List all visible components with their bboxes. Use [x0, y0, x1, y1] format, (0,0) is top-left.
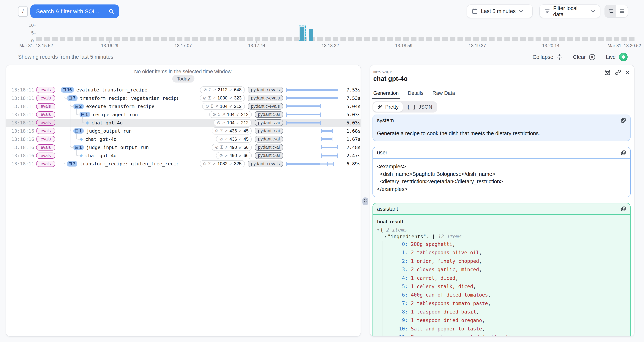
- x-tick-label: 13:16:29: [101, 43, 118, 48]
- duration-label: 1.68s: [342, 128, 361, 134]
- row-timestamp: 13:18:16: [11, 128, 30, 134]
- evals-badge: evals: [36, 95, 55, 101]
- empty-buckets-dashes: [36, 37, 634, 40]
- time-range-dropdown[interactable]: Last 5 minutes: [466, 4, 533, 18]
- sigma-icon: Σ: [220, 145, 223, 150]
- pretty-toggle-button[interactable]: Pretty: [373, 102, 403, 112]
- search-button[interactable]: Search & filter with SQL...: [30, 4, 119, 18]
- tokens-received: 212: [241, 112, 248, 117]
- row-timestamp: 13:18:16: [11, 144, 30, 150]
- tab-raw-data[interactable]: Raw Data: [432, 90, 455, 98]
- duration-bar-track: [286, 143, 338, 152]
- duration-bar: [321, 146, 338, 148]
- trace-row[interactable]: 13:18:16 evals ⊟1 judge_output run ⊘Σ↗43…: [6, 127, 361, 135]
- trace-row[interactable]: 13:18:16 evals ◆ chat gpt-4o ⊘↗490↙66 py…: [6, 152, 361, 160]
- trace-row[interactable]: 13:18:11 evals ⊟7 transform_recipe: vege…: [6, 94, 361, 102]
- trace-row[interactable]: 13:18:11 evals ⊟1 recipe_agent run ⊘Σ↗10…: [6, 110, 361, 119]
- filter-local-label: Filter local data: [553, 5, 588, 18]
- expand-count-badge[interactable]: ⊟1: [74, 128, 84, 134]
- trace-row[interactable]: 13:18:11 evals ⊟2 execute transform_reci…: [6, 102, 361, 110]
- token-usage-badge: ⊘Σ↗1030↙323: [200, 95, 245, 102]
- json-root-line[interactable]: ▾{ 2 items: [377, 227, 626, 233]
- sigma-icon: Σ: [211, 104, 213, 108]
- collapse-icon: [556, 54, 562, 60]
- copy-icon[interactable]: [621, 118, 626, 123]
- braces-icon: { }: [407, 104, 416, 110]
- token-usage-badge: ⊘Σ↗490↙66: [212, 144, 252, 151]
- span-name: transform_recipe: gluten_free_recipe: [80, 161, 178, 166]
- tab-generation[interactable]: Generation: [373, 90, 398, 98]
- tokens-received: 45: [244, 137, 248, 142]
- expand-count-badge[interactable]: ⊟16: [61, 87, 74, 92]
- leaf-diamond-icon: ◆: [86, 121, 89, 125]
- expander-icon: ⊟: [68, 96, 72, 100]
- list-view-button[interactable]: [616, 5, 628, 17]
- clear-button[interactable]: Clear ×: [573, 54, 595, 60]
- tokens-sent: 436: [230, 137, 237, 142]
- scope-tag: pydantic-evals: [248, 103, 283, 110]
- trace-row[interactable]: 13:18:16 evals ◆ chat gpt-4o ⊘↗436↙45 py…: [6, 135, 361, 143]
- expand-count-badge[interactable]: ⊟1: [80, 112, 90, 117]
- filter-local-data-dropdown[interactable]: Filter local data: [539, 4, 600, 18]
- x-tick-label: 13:17:44: [248, 43, 265, 48]
- tokens-received: 212: [241, 120, 248, 125]
- user-message-line: </examples>: [377, 185, 626, 193]
- tree-elbow: [70, 143, 74, 148]
- duration-bar-track: [286, 102, 338, 110]
- x-tick-label: 13:18:59: [395, 43, 412, 48]
- tree-elbow: [70, 102, 74, 107]
- close-icon[interactable]: ×: [626, 69, 629, 76]
- trace-row[interactable]: 13:18:16 evals ⊟1 judge_input_output run…: [6, 143, 361, 152]
- live-toggle[interactable]: Live: [606, 53, 628, 61]
- coin-icon: ⊘: [212, 112, 216, 116]
- expand-count-badge[interactable]: ⊟2: [74, 104, 84, 109]
- record-count-bar[interactable]: [309, 29, 313, 41]
- json-array-items: 0: 200g spaghetti,1: 2 tablespoons olive…: [377, 240, 626, 336]
- y-tick-label: 10: [23, 23, 34, 28]
- record-count-bar[interactable]: [300, 27, 304, 41]
- sigma-icon: Σ: [208, 88, 211, 92]
- tokens-sent: 436: [230, 129, 237, 133]
- expand-count-badge[interactable]: ⊟7: [67, 95, 78, 101]
- ingredient-value: 2 cloves garlic, minced: [411, 266, 479, 272]
- trace-row[interactable]: 13:18:11 evals ◆ chat gpt-4o ⊘↗104↙212 p…: [6, 119, 361, 127]
- records-timeline-chart[interactable]: 10 5 0 Mar 31. 13:15:5213:16:2913:17:071…: [0, 22, 644, 50]
- link-icon[interactable]: [615, 69, 621, 76]
- json-key-line[interactable]: ▾"ingredients": [ 12 items: [377, 234, 626, 240]
- expand-count-badge[interactable]: ⊞7: [67, 161, 77, 166]
- token-usage-badge: ⊘↗104↙212: [214, 119, 252, 126]
- slash-shortcut-key[interactable]: /: [18, 6, 28, 17]
- copy-icon[interactable]: [621, 150, 626, 156]
- tree-view-button[interactable]: [605, 5, 616, 17]
- trace-row[interactable]: 13:18:11 evals ⊟16 evaluate transform_re…: [6, 86, 361, 94]
- json-toggle-button[interactable]: { } JSON: [403, 102, 436, 112]
- tokens-received: 648: [234, 88, 242, 92]
- detail-title: chat gpt-4o: [373, 75, 408, 82]
- save-view-icon[interactable]: [604, 69, 610, 76]
- collapse-button[interactable]: Collapse: [532, 54, 562, 60]
- duration-bar: [321, 130, 332, 132]
- tokens-received-icon: ↙: [239, 154, 242, 158]
- tokens-received-icon: ↙: [229, 162, 232, 166]
- assistant-message-card: assistant final_result ▾{ 2 items ▾"ingr…: [372, 203, 630, 337]
- tab-details[interactable]: Details: [408, 90, 423, 98]
- user-message-line: <dietary_restriction>vegetarian</dietary…: [377, 178, 626, 185]
- system-message-card: system Generate a recipe to cook the dis…: [372, 114, 630, 141]
- copy-icon[interactable]: [621, 206, 626, 212]
- tokens-received-icon: ↙: [236, 121, 240, 124]
- filter-icon: [544, 9, 550, 14]
- tokens-sent-icon: ↗: [212, 162, 216, 166]
- today-date-pill[interactable]: Today: [172, 75, 194, 82]
- expand-count-badge[interactable]: ⊟1: [74, 145, 84, 150]
- panel-resize-handle[interactable]: [362, 198, 368, 205]
- duration-bar-track: [286, 86, 338, 94]
- tokens-received: 212: [234, 104, 242, 108]
- ingredient-value: 1 onion, finely chopped: [411, 258, 479, 264]
- coin-icon: ⊘: [217, 120, 220, 125]
- child-count: 2: [80, 104, 82, 108]
- sigma-icon: Σ: [208, 96, 211, 100]
- span-name: judge_output run: [86, 128, 132, 134]
- span-name: chat gpt-4o: [85, 136, 116, 142]
- row-timestamp: 13:18:11: [11, 87, 30, 92]
- trace-row[interactable]: 13:18:11 evals ⊞7 transform_recipe: glut…: [6, 160, 361, 168]
